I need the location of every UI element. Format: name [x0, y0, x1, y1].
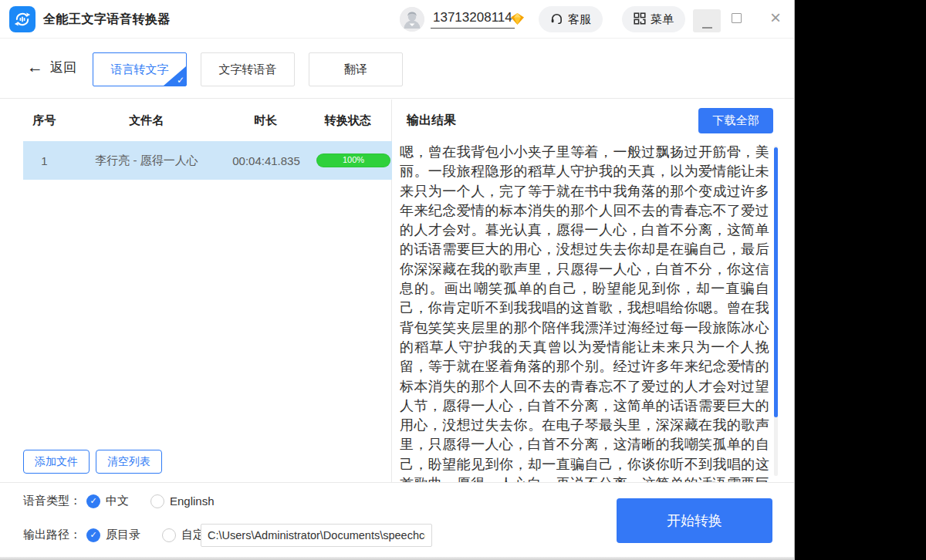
support-label: 客服 [568, 12, 591, 27]
start-convert-button[interactable]: 开始转换 [617, 498, 772, 543]
app-window: 全能王文字语音转换器 13713208114 [0, 0, 795, 560]
output-path-label: 输出路径： [23, 528, 86, 542]
account-phone[interactable]: 13713208114 [431, 10, 515, 29]
radio-checked-icon: ✓ [86, 528, 100, 542]
header-filename: 文件名 [66, 113, 228, 128]
cell-index: 1 [23, 154, 66, 167]
vip-badge-icon [511, 13, 524, 28]
cell-duration: 00:04:41.835 [228, 154, 305, 167]
scrollbar-track[interactable] [774, 146, 778, 476]
progress-label: 100% [316, 155, 390, 164]
list-actions: 添加文件 清空列表 [23, 450, 162, 474]
radio-unchecked-icon [162, 528, 176, 542]
radio-english[interactable]: Englinsh [150, 494, 215, 508]
voice-type-label: 语音类型： [23, 494, 86, 508]
header-index: 序号 [23, 113, 66, 128]
back-arrow-icon: ← [27, 58, 43, 76]
support-button[interactable]: 客服 [539, 6, 603, 32]
app-logo-icon [9, 6, 35, 32]
titlebar: 全能王文字语音转换器 13713208114 [0, 0, 794, 39]
tabbar: ← 返回 语言转文字 ✓ 文字转语音 翻译 [0, 39, 794, 99]
header-duration: 时长 [227, 113, 304, 128]
grid-menu-icon [634, 12, 646, 27]
table-row[interactable]: 1 李行亮 - 愿得一人心 00:04:41.835 100% [23, 141, 392, 180]
minimize-button[interactable] [693, 9, 721, 32]
radio-checked-icon: ✓ [86, 494, 100, 508]
output-text[interactable]: 嗯，曾在我背包小小夹子里等着，一般过飘扬过开筋骨，美丽。一段旅程隐形的稻草人守护… [400, 143, 769, 482]
output-title: 输出结果 [407, 113, 456, 129]
check-icon: ✓ [177, 76, 184, 85]
cell-status: 100% [316, 153, 380, 167]
voice-type-row: 语音类型： ✓ 中文 Englinsh [23, 494, 215, 508]
progress-bar: 100% [316, 153, 390, 167]
screen: 全能王文字语音转换器 13713208114 [0, 0, 926, 560]
main-content: 序号 文件名 时长 转换状态 1 李行亮 - 愿得一人心 00:04:41.83… [0, 100, 794, 482]
app-title: 全能王文字语音转换器 [43, 0, 171, 39]
cell-filename: 李行亮 - 愿得一人心 [66, 153, 228, 168]
tab-text-to-speech[interactable]: 文字转语音 [201, 52, 295, 86]
radio-chinese[interactable]: ✓ 中文 [86, 494, 129, 508]
radio-unchecked-icon [150, 494, 164, 508]
avatar[interactable] [400, 7, 424, 32]
download-all-button[interactable]: 下载全部 [698, 108, 773, 133]
close-button[interactable]: × [763, 4, 788, 32]
headset-icon [550, 12, 563, 27]
output-header: 输出结果 下载全部 [393, 100, 794, 140]
maximize-button[interactable] [732, 13, 742, 23]
clear-list-button[interactable]: 清空列表 [96, 450, 162, 474]
window-bottom-edge [0, 557, 794, 560]
scrollbar-thumb[interactable] [774, 147, 778, 417]
output-path-row: 输出路径： ✓ 原目录 自定义 [23, 528, 216, 542]
table-header: 序号 文件名 时长 转换状态 [0, 100, 391, 141]
back-label: 返回 [50, 59, 76, 76]
tab-translate[interactable]: 翻译 [309, 52, 403, 86]
radio-original-dir[interactable]: ✓ 原目录 [86, 528, 140, 542]
footer-bar: 语音类型： ✓ 中文 Englinsh 输出路径： ✓ 原目录 自 [0, 482, 794, 560]
output-panel: 输出结果 下载全部 嗯，曾在我背包小小夹子里等着，一般过飘扬过开筋骨，美丽。一段… [393, 100, 794, 482]
add-file-button[interactable]: 添加文件 [23, 450, 90, 474]
header-status: 转换状态 [304, 113, 391, 128]
tab-speech-to-text[interactable]: 语言转文字 ✓ [93, 52, 187, 86]
output-path-input[interactable] [201, 524, 432, 547]
menu-label: 菜单 [651, 12, 674, 27]
file-list-panel: 序号 文件名 时长 转换状态 1 李行亮 - 愿得一人心 00:04:41.83… [0, 100, 392, 482]
menu-button[interactable]: 菜单 [622, 6, 685, 32]
back-button[interactable]: ← 返回 [27, 58, 76, 76]
